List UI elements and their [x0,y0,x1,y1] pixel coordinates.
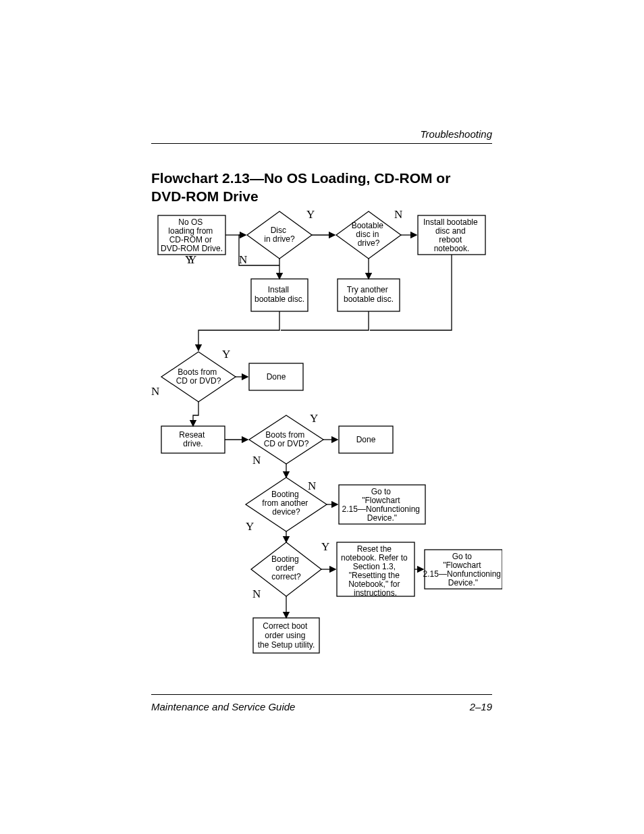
footer-rule [151,694,492,695]
edge-label-y: Y [246,520,254,533]
text-reseat: Reseat drive. [179,430,207,448]
edge [281,311,369,330]
section-header: Troubleshooting [421,128,492,140]
edge [193,402,198,426]
page-title: Flowchart 2.13—No OS Loading, CD-ROM or … [151,169,489,206]
page-number: 2–19 [470,701,492,712]
edge-label-y: Y [310,412,318,425]
edge-label-n: N [252,454,261,467]
edge-label-n: N [151,385,159,398]
edge-label-y: Y [222,348,230,361]
text-done2: Done [356,435,376,444]
text-order: Booting order correct? [271,554,301,581]
edge-label-n: N [252,588,261,600]
edge-label-y: Y [321,540,329,553]
edge-label-y: Y [306,208,315,221]
page: Troubleshooting Flowchart 2.13—No OS Loa… [0,0,644,834]
flowchart: No OS loading from CD-ROM or DVD-ROM Dri… [151,206,502,679]
text-tryanother: Try another bootable disc. [344,285,394,304]
footer-title: Maintenance and Service Guide [151,701,295,712]
edge-label-n: N [239,253,247,266]
edge-label-n: N [394,208,402,221]
edge-label-y2: Y [188,253,196,266]
text-boots1: Boots from CD or DVD? [176,367,221,386]
edge-label-n: N [308,479,316,492]
header-rule [151,143,492,144]
text-boots2: Boots from CD or DVD? [264,430,309,448]
edge [198,311,279,350]
text-correct: Correct boot order using the Setup utili… [258,621,315,650]
text-done1: Done [267,372,286,382]
